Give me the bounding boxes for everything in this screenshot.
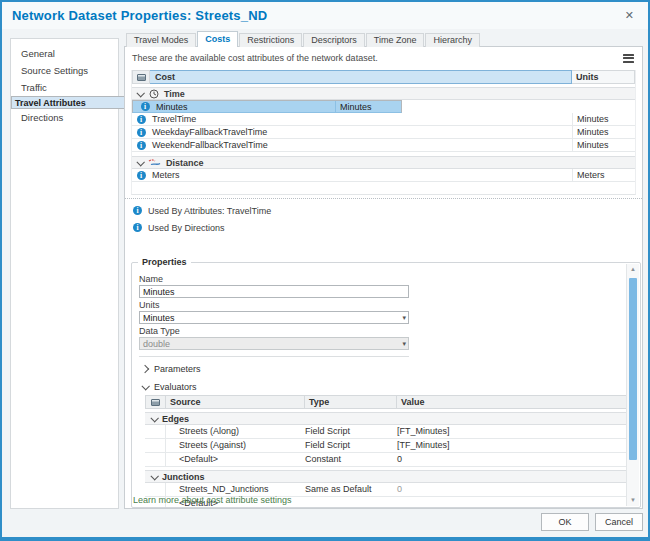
type-column-header[interactable]: Type [305,395,397,409]
costs-tab-panel: These are the available cost attributes … [124,46,643,509]
evaluators-label: Evaluators [154,382,197,392]
evaluator-value: [FT_Minutes] [397,425,626,438]
comment-column-header[interactable] [132,70,150,84]
cost-row-traveltime[interactable]: i TravelTime Minutes [132,113,635,126]
tab-costs[interactable]: Costs [197,31,238,47]
title-bar: Network Dataset Properties: Streets_ND ✕ [2,2,648,29]
info-icon[interactable]: i [137,141,146,150]
used-by-attributes: i Used By Attributes: TravelTime [125,202,642,219]
description-row: These are the available cost attributes … [125,47,642,67]
cost-table-empty-area [132,182,635,194]
value-column-header[interactable]: Value [397,395,626,409]
sidebar-item-source-settings[interactable]: Source Settings [11,62,118,79]
group-row-edges[interactable]: Edges [145,412,626,425]
info-icon[interactable]: i [137,128,146,137]
source-column-header[interactable]: Source [166,395,305,409]
used-by-directions-text: Used By Directions [148,223,225,233]
evaluator-row-streets-along[interactable]: Streets (Along) Field Script [FT_Minutes… [145,425,626,439]
chevron-down-icon [136,158,144,166]
cost-units: Minutes [572,113,635,125]
units-column-header[interactable]: Units [572,70,635,84]
data-type-select: double ▾ [139,337,409,350]
evaluator-source: Streets (Against) [166,439,305,452]
cost-name: Meters [150,169,572,181]
cost-row-weekday-fallback[interactable]: i WeekdayFallbackTravelTime Minutes [132,126,635,139]
tab-descriptors[interactable]: Descriptors [303,33,365,47]
cost-row-weekend-fallback[interactable]: i WeekendFallbackTravelTime Minutes [132,139,635,152]
group-label-time: Time [164,89,185,99]
info-icon[interactable]: i [141,102,150,111]
evaluators-expander[interactable]: Evaluators [139,379,626,394]
chevron-down-icon [150,472,158,480]
evaluator-row-edges-default[interactable]: <Default> Constant 0 [145,453,626,467]
cost-name: WeekdayFallbackTravelTime [150,126,572,138]
info-icon: i [133,206,142,215]
chevron-down-icon [141,382,149,390]
used-by-attributes-text: Used By Attributes: TravelTime [148,206,271,216]
menu-icon[interactable] [622,51,635,65]
name-label: Name [139,274,626,284]
evaluators-table: Source Type Value Edges Streets (Along) … [145,395,626,507]
tab-travel-modes[interactable]: Travel Modes [126,33,196,47]
cost-units: Minutes [572,126,635,138]
parameters-expander[interactable]: Parameters [139,361,626,376]
cost-attributes-table: Cost Units Time i Minutes Minutes [131,70,636,195]
info-icon[interactable]: i [137,115,146,124]
cost-table-header: Cost Units [132,70,635,84]
ok-button[interactable]: OK [541,513,589,531]
comment-column-header[interactable] [145,395,166,409]
chevron-down-icon [150,414,158,422]
cost-row-meters[interactable]: i Meters Meters [132,169,635,182]
chevron-down-icon: ▾ [402,312,406,324]
group-row-junctions[interactable]: Junctions [145,470,626,483]
cost-name: Minutes [154,101,335,112]
comment-icon [151,399,160,406]
evaluator-type: Field Script [305,425,397,438]
scroll-up-icon[interactable]: ▲ [627,264,639,275]
dialog-body: General Source Settings Traffic Travel A… [2,29,648,537]
evaluator-type: Constant [305,453,397,466]
parameters-label: Parameters [154,364,201,374]
close-icon[interactable]: ✕ [621,8,638,23]
units-select-value: Minutes [143,313,175,323]
clock-icon [149,89,159,99]
cost-row-minutes[interactable]: i Minutes Minutes [132,100,402,113]
cost-units: Minutes [572,139,635,151]
cancel-button[interactable]: Cancel [595,513,643,531]
group-label-edges: Edges [162,414,189,424]
sidebar-item-general[interactable]: General [11,45,118,62]
data-type-select-value: double [143,339,170,349]
dialog-title: Network Dataset Properties: Streets_ND [12,8,267,23]
info-icon[interactable]: i [137,171,146,180]
units-select[interactable]: Minutes ▾ [139,311,409,324]
evaluator-value: 0 [397,483,626,496]
group-row-distance[interactable]: Distance [132,156,635,169]
network-dataset-properties-dialog: Network Dataset Properties: Streets_ND ✕… [0,0,650,541]
scrollbar-thumb[interactable] [629,278,637,460]
tab-hierarchy[interactable]: Hierarchy [425,33,480,47]
group-row-time[interactable]: Time [132,87,635,100]
cost-name: TravelTime [150,113,572,125]
description-text: These are the available cost attributes … [132,53,378,63]
sidebar-item-traffic[interactable]: Traffic [11,79,118,96]
units-label: Units [139,300,626,310]
evaluator-type: Same as Default [305,483,397,496]
chevron-down-icon: ▾ [402,338,406,350]
learn-more-link[interactable]: Learn more about cost attribute settings [133,495,292,505]
comment-icon [137,74,146,81]
cost-units: Minutes [335,101,398,112]
name-input[interactable] [139,285,409,298]
evaluator-value [397,497,626,507]
tab-time-zone[interactable]: Time Zone [366,33,425,47]
tab-restrictions[interactable]: Restrictions [239,33,302,47]
evaluator-value: [TF_Minutes] [397,439,626,452]
evaluator-row-streets-against[interactable]: Streets (Against) Field Script [TF_Minut… [145,439,626,453]
evaluator-type [305,497,397,507]
tab-strip: Travel Modes Costs Restrictions Descript… [126,31,481,47]
scroll-down-icon[interactable]: ▼ [627,495,639,506]
vertical-scrollbar[interactable]: ▲ ▼ [626,264,639,506]
separator [139,356,409,357]
cost-column-header[interactable]: Cost [150,70,572,84]
separator [125,198,642,199]
sidebar-item-directions[interactable]: Directions [11,109,118,126]
